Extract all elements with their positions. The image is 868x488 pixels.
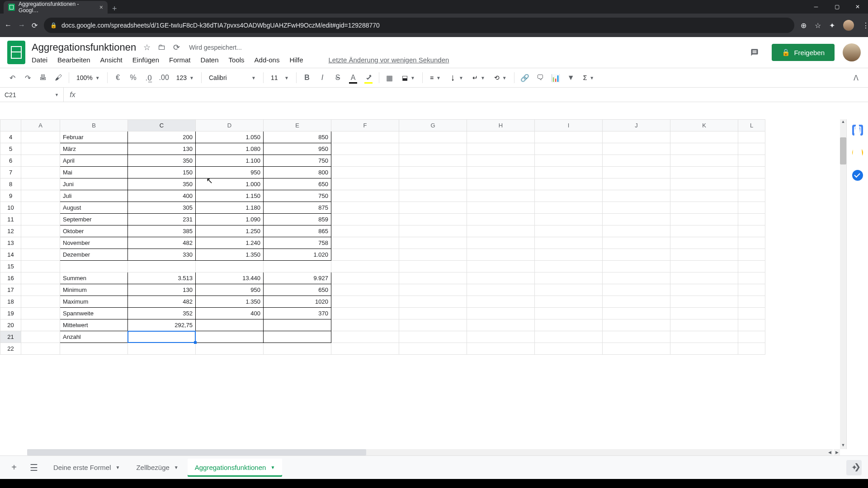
cell[interactable] (399, 296, 467, 308)
cell[interactable]: 859 (264, 214, 331, 225)
cell[interactable] (21, 143, 60, 155)
paint-format-button[interactable]: 🖌 (52, 71, 65, 84)
cell[interactable] (603, 225, 670, 237)
sheet-tab[interactable]: Aggregationsfunktionen▼ (188, 459, 283, 477)
nav-reload-button[interactable]: ⟳ (32, 21, 38, 30)
cell[interactable] (21, 296, 60, 308)
cell[interactable] (670, 167, 738, 178)
menu-insert[interactable]: Einfügen (132, 56, 159, 64)
cell[interactable] (21, 131, 60, 143)
cell[interactable] (535, 225, 603, 237)
link-button[interactable]: 🔗 (518, 71, 532, 84)
cell[interactable]: 385 (128, 225, 196, 237)
cell[interactable] (467, 296, 535, 308)
cell[interactable]: Oktober (60, 225, 128, 237)
cell[interactable] (331, 284, 399, 296)
cell[interactable] (467, 343, 535, 355)
cell[interactable]: 1.350 (196, 296, 264, 308)
cell[interactable]: August (60, 202, 128, 214)
collapse-toolbar-button[interactable]: ᐱ (849, 71, 863, 84)
cell[interactable] (670, 237, 738, 249)
cell[interactable]: 750 (264, 155, 331, 167)
font-dropdown[interactable]: Calibri▼ (205, 74, 259, 81)
cell[interactable] (467, 131, 535, 143)
cell[interactable]: 13.440 (196, 272, 264, 284)
cell[interactable] (738, 343, 765, 355)
row-header[interactable]: 17 (0, 284, 21, 296)
cell[interactable] (738, 308, 765, 319)
new-tab-button[interactable]: + (108, 4, 122, 14)
cell[interactable] (264, 319, 331, 331)
cell[interactable] (738, 155, 765, 167)
cell[interactable]: 650 (264, 178, 331, 190)
cell[interactable] (467, 178, 535, 190)
cell[interactable] (670, 155, 738, 167)
cell[interactable] (467, 261, 535, 272)
cell[interactable] (535, 190, 603, 202)
cell[interactable] (738, 319, 765, 331)
cell[interactable]: 350 (128, 155, 196, 167)
functions-dropdown[interactable]: Σ▼ (580, 74, 598, 81)
cell[interactable] (21, 190, 60, 202)
cell[interactable]: 1.000 (196, 178, 264, 190)
column-header[interactable]: J (603, 120, 670, 131)
cell[interactable] (21, 331, 60, 343)
tab-close-icon[interactable]: × (99, 4, 103, 11)
cell[interactable] (331, 155, 399, 167)
cell[interactable]: 370 (264, 308, 331, 319)
merge-dropdown[interactable]: ⬓▼ (398, 74, 419, 81)
cell[interactable] (399, 343, 467, 355)
cell[interactable] (603, 190, 670, 202)
cell[interactable]: 200 (128, 131, 196, 143)
cell[interactable] (399, 261, 467, 272)
cell[interactable] (399, 237, 467, 249)
nav-back-button[interactable]: ← (5, 21, 12, 29)
cell[interactable] (603, 237, 670, 249)
cell[interactable] (670, 308, 738, 319)
cell[interactable]: 130 (128, 143, 196, 155)
cell[interactable]: 1.050 (196, 131, 264, 143)
cell[interactable] (670, 225, 738, 237)
cell[interactable] (670, 296, 738, 308)
cell[interactable] (331, 225, 399, 237)
cell[interactable] (331, 167, 399, 178)
row-header[interactable]: 8 (0, 178, 21, 190)
cell[interactable] (670, 284, 738, 296)
cell[interactable]: Mai (60, 167, 128, 178)
cell[interactable] (670, 319, 738, 331)
cell[interactable]: 1020 (264, 296, 331, 308)
decrease-decimal-button[interactable]: .0̲ (142, 71, 156, 84)
column-header[interactable]: F (331, 120, 399, 131)
cell[interactable] (331, 202, 399, 214)
chevron-down-icon[interactable]: ▼ (116, 465, 120, 470)
row-header[interactable]: 18 (0, 296, 21, 308)
side-panel-toggle[interactable]: ❯ (850, 458, 864, 475)
row-header[interactable]: 13 (0, 237, 21, 249)
cell[interactable] (535, 178, 603, 190)
keep-app-icon[interactable] (852, 147, 863, 158)
cell[interactable] (535, 131, 603, 143)
cell[interactable]: 800 (264, 167, 331, 178)
cell[interactable] (399, 202, 467, 214)
menu-help[interactable]: Hilfe (289, 56, 303, 64)
cell[interactable] (738, 249, 765, 261)
menu-file[interactable]: Datei (32, 56, 47, 64)
column-header[interactable]: A (21, 120, 60, 131)
cell[interactable] (535, 272, 603, 284)
cell[interactable] (603, 143, 670, 155)
cell[interactable] (21, 178, 60, 190)
cell[interactable]: Spannweite (60, 308, 128, 319)
account-avatar[interactable] (843, 43, 861, 61)
cell[interactable]: 650 (264, 284, 331, 296)
cell[interactable]: 950 (196, 167, 264, 178)
scroll-down-icon[interactable]: ▼ (840, 443, 846, 449)
row-header[interactable]: 19 (0, 308, 21, 319)
cell[interactable] (670, 190, 738, 202)
cell[interactable]: November (60, 237, 128, 249)
cell[interactable] (738, 202, 765, 214)
cell[interactable] (670, 202, 738, 214)
cell[interactable] (196, 331, 264, 343)
add-sheet-button[interactable]: + (6, 460, 22, 475)
cell[interactable]: Mittelwert (60, 319, 128, 331)
row-header[interactable]: 22 (0, 343, 21, 355)
